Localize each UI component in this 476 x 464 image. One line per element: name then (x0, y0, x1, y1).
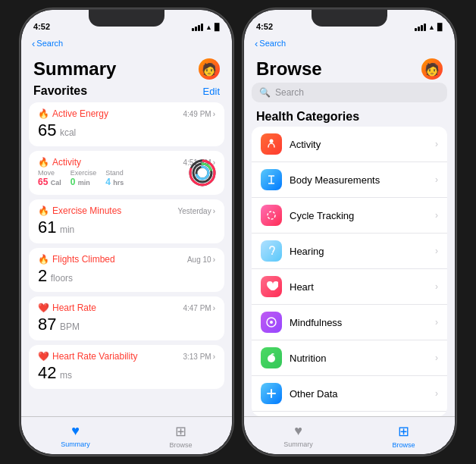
heart-icon-1: ❤️ (38, 303, 49, 313)
flame-icon-2: 🔥 (38, 157, 49, 168)
nav-bar-1: ‹ Search (21, 33, 232, 54)
category-nutrition[interactable]: Nutrition › (252, 340, 447, 376)
mindfulness-label: Mindfulness (290, 317, 342, 328)
flights-value: 2 floors (38, 266, 215, 286)
category-body-left: Body Measurements (261, 169, 380, 190)
category-cycle[interactable]: Cycle Tracking › (252, 198, 447, 234)
category-activity-left: Activity (261, 133, 321, 155)
heart-rate-meta: 4:47 PM › (183, 304, 215, 312)
category-hearing-left: Hearing (261, 240, 324, 262)
hearing-label: Hearing (290, 246, 324, 257)
wifi-icon: ▲ (205, 24, 212, 31)
hearing-chevron: › (435, 246, 438, 256)
back-label-1: Search (36, 39, 63, 48)
signal-icon-2 (415, 24, 426, 31)
other-chevron: › (435, 388, 438, 399)
phone-browse: 4:52 ▲ ▉ ‹ Search Browse (243, 8, 456, 456)
active-energy-card[interactable]: 🔥 Active Energy 4:49 PM › 65 kcal (29, 102, 224, 146)
category-other-left: Other Data (261, 383, 338, 404)
active-energy-meta: 4:49 PM › (183, 110, 215, 118)
exercise-meta: Yesterday › (178, 207, 215, 215)
flights-meta: Aug 10 › (187, 256, 215, 264)
activity-ring (188, 158, 217, 187)
mindfulness-icon (261, 312, 282, 333)
cards-container: 🔥 Active Energy 4:49 PM › 65 kcal (21, 102, 232, 416)
back-icon-1: ‹ (32, 38, 35, 49)
back-button-2[interactable]: ‹ Search (255, 38, 286, 49)
notch-2 (312, 10, 387, 27)
hrv-title: ❤️ Heart Rate Variability (38, 351, 138, 362)
back-icon-2: ‹ (255, 38, 258, 49)
cycle-icon (261, 205, 282, 226)
phone-summary: 4:52 ▲ ▉ ‹ Search Summary (20, 8, 233, 456)
mindfulness-chevron: › (435, 317, 438, 328)
signal-icon (192, 24, 203, 31)
back-button-1[interactable]: ‹ Search (32, 38, 63, 49)
svg-point-10 (268, 212, 275, 219)
category-mindfulness[interactable]: Mindfulness › (252, 305, 447, 340)
active-energy-value: 65 kcal (38, 121, 215, 140)
health-cats-title: Health Categories (244, 107, 455, 127)
summary-title: Summary (33, 58, 116, 80)
search-placeholder: Search (275, 87, 304, 98)
svg-point-11 (271, 253, 273, 255)
battery-icon-2: ▉ (437, 24, 443, 31)
svg-point-14 (268, 355, 275, 362)
tab-browse-1[interactable]: ⊞ Browse (170, 423, 193, 449)
battery-icon: ▉ (215, 24, 220, 31)
category-heart[interactable]: Heart › (252, 269, 447, 305)
chevron-6: › (213, 353, 215, 361)
category-mindfulness-left: Mindfulness (261, 312, 342, 333)
category-other[interactable]: Other Data › (252, 376, 447, 412)
body-chevron: › (435, 174, 438, 185)
flame-icon-1: 🔥 (38, 108, 49, 119)
stand-stat: Stand 4 hrs (105, 169, 124, 187)
category-body[interactable]: Body Measurements › (252, 162, 447, 198)
hrv-card[interactable]: ❤️ Heart Rate Variability 3:13 PM › 42 m… (29, 345, 224, 389)
favorites-header: Favorites Edit (21, 83, 232, 102)
flights-card[interactable]: 🔥 Flights Climbed Aug 10 › 2 floors (29, 248, 224, 292)
time-2: 4:52 (256, 22, 273, 31)
wifi-icon-2: ▲ (428, 24, 435, 31)
activity-chevron: › (435, 139, 438, 149)
category-nutrition-left: Nutrition (261, 347, 326, 368)
activity-label: Activity (290, 139, 321, 150)
notch (89, 10, 164, 27)
flame-icon-4: 🔥 (38, 254, 49, 265)
browse-title: Browse (256, 58, 322, 80)
nutrition-label: Nutrition (290, 353, 326, 364)
active-energy-title: 🔥 Active Energy (38, 108, 108, 119)
category-hearing[interactable]: Hearing › (252, 234, 447, 269)
exercise-card[interactable]: 🔥 Exercise Minutes Yesterday › 61 min (29, 199, 224, 243)
chevron-5: › (213, 304, 215, 312)
activity-card[interactable]: 🔥 Activity 4:51 PM › Move (29, 151, 224, 195)
avatar-2: 🧑 (421, 58, 443, 80)
edit-button[interactable]: Edit (203, 86, 220, 97)
cycle-label: Cycle Tracking (290, 210, 354, 221)
heart-chevron: › (435, 281, 438, 292)
move-stat: Move 65 Cal (38, 169, 61, 187)
other-icon (261, 383, 282, 404)
status-icons-2: ▲ ▉ (415, 24, 443, 31)
nutrition-chevron: › (435, 353, 438, 363)
tab-summary-1[interactable]: ♥ Summary (61, 423, 90, 448)
heart-rate-title: ❤️ Heart Rate (38, 303, 96, 313)
tab-browse-2[interactable]: ⊞ Browse (393, 423, 415, 449)
avatar-1: 🧑 (199, 58, 220, 80)
body-label: Body Measurements (290, 174, 380, 186)
tab-summary-2[interactable]: ♥ Summary (283, 423, 313, 448)
heart-icon (261, 276, 282, 297)
category-activity[interactable]: Activity › (252, 127, 447, 162)
exercise-value: 61 min (38, 218, 215, 237)
category-cycle-left: Cycle Tracking (261, 205, 354, 226)
exercise-stat: Exercise 0 min (70, 169, 97, 187)
browse-page: Browse 🧑 🔍 Search Health Categories (244, 54, 455, 454)
time-1: 4:52 (33, 22, 50, 31)
heart-icon-2: ❤️ (38, 351, 49, 362)
search-bar[interactable]: 🔍 Search (252, 83, 447, 102)
summary-tab-icon-1: ♥ (71, 423, 80, 439)
heart-rate-value: 87 BPM (38, 315, 215, 334)
heart-rate-card[interactable]: ❤️ Heart Rate 4:47 PM › 87 BPM (29, 296, 224, 340)
chevron-1: › (213, 110, 215, 118)
flights-title: 🔥 Flights Climbed (38, 254, 115, 265)
